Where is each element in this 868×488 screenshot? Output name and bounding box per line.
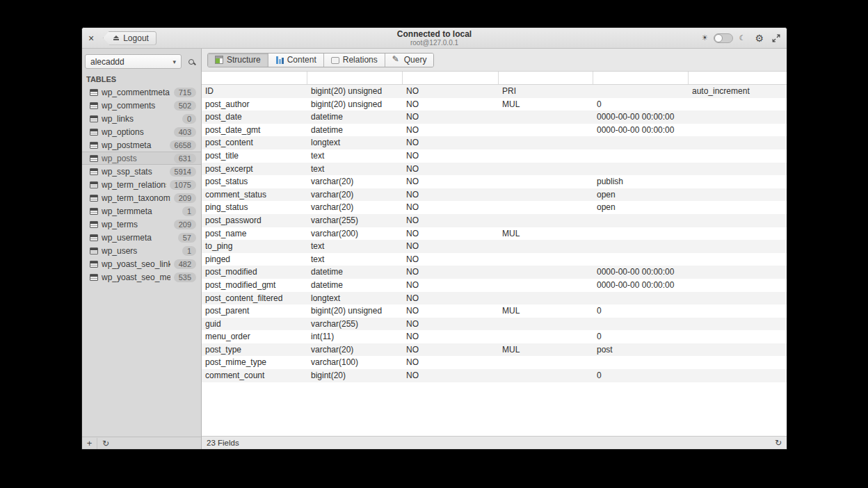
close-window-button[interactable]: × <box>88 33 94 43</box>
table-row[interactable]: post_modified datetime NO 0000-00-00 00:… <box>202 266 787 279</box>
table-icon <box>90 89 98 96</box>
table-row[interactable]: pinged text NO <box>202 253 787 266</box>
table-row[interactable]: post_name varchar(200) NO MUL <box>202 227 787 241</box>
table-icon <box>90 247 98 254</box>
cell-type: bigint(20) unsigned <box>307 85 403 98</box>
cell-extra <box>689 330 787 343</box>
sidebar-table-item[interactable]: wp_posts 631 <box>82 152 201 165</box>
sidebar-table-item[interactable]: wp_yoast_seo_meta 535 <box>82 270 201 284</box>
tab-label: Relations <box>343 55 378 65</box>
table-row[interactable]: post_title text NO <box>202 149 787 163</box>
table-row[interactable]: post_date datetime NO 0000-00-00 00:00:0… <box>202 111 787 124</box>
cell-extra <box>689 369 787 382</box>
table-name: wp_termmeta <box>102 206 179 216</box>
column-header[interactable] <box>689 72 787 84</box>
view-tab[interactable]: Structure <box>208 54 268 67</box>
fullscreen-icon[interactable] <box>772 34 780 42</box>
sidebar-table-item[interactable]: wp_comments 502 <box>82 99 201 112</box>
table-name: wp_comments <box>102 101 170 111</box>
table-name: wp_posts <box>102 154 170 163</box>
table-row[interactable]: post_password varchar(255) NO <box>202 214 787 227</box>
cell-default <box>593 227 689 241</box>
cell-type: datetime <box>307 266 403 279</box>
table-icon <box>90 142 98 149</box>
cell-default: open <box>593 201 689 214</box>
dark-mode-icon: ☾ <box>739 34 745 42</box>
table-row[interactable]: guid varchar(255) NO <box>202 318 787 331</box>
cell-type: varchar(20) <box>307 201 403 214</box>
table-row[interactable]: comment_count bigint(20) NO 0 <box>202 369 787 382</box>
table-icon <box>90 221 98 228</box>
table-row[interactable]: post_status varchar(20) NO publish <box>202 175 787 188</box>
cell-key: MUL <box>499 304 593 318</box>
table-row[interactable]: post_author bigint(20) unsigned NO MUL 0 <box>202 98 787 111</box>
cell-default <box>593 356 689 369</box>
search-tables-button[interactable] <box>184 55 198 69</box>
table-icon <box>90 195 98 202</box>
column-header[interactable] <box>593 72 689 84</box>
view-tab[interactable]: Content <box>268 54 324 67</box>
cell-extra <box>689 266 787 279</box>
sidebar-table-item[interactable]: wp_options 403 <box>82 125 201 138</box>
database-selector[interactable]: alecaddd ▾ <box>85 54 182 69</box>
cell-default <box>593 292 689 305</box>
sidebar-table-item[interactable]: wp_commentmeta 715 <box>82 86 201 99</box>
column-header[interactable] <box>307 72 403 84</box>
cell-null: NO <box>403 240 499 253</box>
sidebar-table-item[interactable]: wp_usermeta 57 <box>82 231 201 244</box>
cell-type: varchar(100) <box>307 356 403 369</box>
cell-key <box>499 188 593 202</box>
table-row[interactable]: post_mime_type varchar(100) NO <box>202 356 787 369</box>
sidebar-table-item[interactable]: wp_ssp_stats 5914 <box>82 165 201 178</box>
sidebar-table-item[interactable]: wp_yoast_seo_links 482 <box>82 257 201 270</box>
table-row[interactable]: ID bigint(20) unsigned NO PRI auto_incre… <box>202 85 787 98</box>
table-row[interactable]: comment_status varchar(20) NO open <box>202 188 787 202</box>
table-row[interactable]: menu_order int(11) NO 0 <box>202 330 787 343</box>
column-header[interactable] <box>202 72 307 84</box>
cell-field: post_name <box>202 227 307 241</box>
add-table-button[interactable]: + <box>82 438 97 449</box>
table-row[interactable]: ping_status varchar(20) NO open <box>202 201 787 214</box>
table-row[interactable]: post_content longtext NO <box>202 136 787 149</box>
sidebar-table-item[interactable]: wp_term_relationships 1075 <box>82 178 201 191</box>
table-row[interactable]: post_excerpt text NO <box>202 163 787 176</box>
view-tabbar: Structure Content Relations Query <box>202 49 787 72</box>
sidebar: alecaddd ▾ TABLES wp_commentmeta 715 wp_… <box>82 49 202 449</box>
logout-button[interactable]: Logout <box>103 31 156 45</box>
refresh-structure-icon[interactable]: ↻ <box>775 438 782 448</box>
table-row[interactable]: to_ping text NO <box>202 240 787 253</box>
cell-extra <box>689 227 787 241</box>
theme-toggle[interactable] <box>714 33 733 43</box>
sidebar-table-item[interactable]: wp_users 1 <box>82 244 201 257</box>
eject-icon <box>113 35 119 41</box>
table-row[interactable]: post_type varchar(20) NO MUL post <box>202 343 787 357</box>
table-row[interactable]: post_content_filtered longtext NO <box>202 292 787 305</box>
sidebar-table-item[interactable]: wp_links 0 <box>82 112 201 125</box>
cell-default: post <box>593 343 689 357</box>
column-header[interactable] <box>403 72 499 84</box>
statusbar: 23 Fields ↻ <box>202 436 787 449</box>
cell-null: NO <box>403 266 499 279</box>
cell-type: text <box>307 240 403 253</box>
headerbar-controls: ☀ ☾ ⚙ <box>702 33 780 44</box>
cell-null: NO <box>403 175 499 188</box>
cell-key <box>499 292 593 305</box>
cell-field: comment_status <box>202 188 307 202</box>
view-tab[interactable]: Query <box>385 54 434 67</box>
sidebar-table-item[interactable]: wp_postmeta 6658 <box>82 138 201 152</box>
sidebar-table-item[interactable]: wp_termmeta 1 <box>82 204 201 218</box>
sidebar-table-item[interactable]: wp_term_taxonomy 209 <box>82 191 201 204</box>
view-tab[interactable]: Relations <box>324 54 385 67</box>
refresh-tables-icon[interactable]: ↻ <box>97 439 114 448</box>
column-header[interactable] <box>499 72 593 84</box>
cell-key: PRI <box>499 85 593 98</box>
theme-toggle-knob[interactable] <box>714 34 723 42</box>
cell-null: NO <box>403 149 499 163</box>
table-row[interactable]: post_modified_gmt datetime NO 0000-00-00… <box>202 279 787 292</box>
table-name: wp_yoast_seo_meta <box>102 273 170 282</box>
sidebar-table-item[interactable]: wp_terms 209 <box>82 218 201 231</box>
table-row[interactable]: post_date_gmt datetime NO 0000-00-00 00:… <box>202 124 787 137</box>
settings-gear-icon[interactable]: ⚙ <box>755 33 764 44</box>
table-row[interactable]: post_parent bigint(20) unsigned NO MUL 0 <box>202 304 787 318</box>
cell-extra <box>689 98 787 111</box>
